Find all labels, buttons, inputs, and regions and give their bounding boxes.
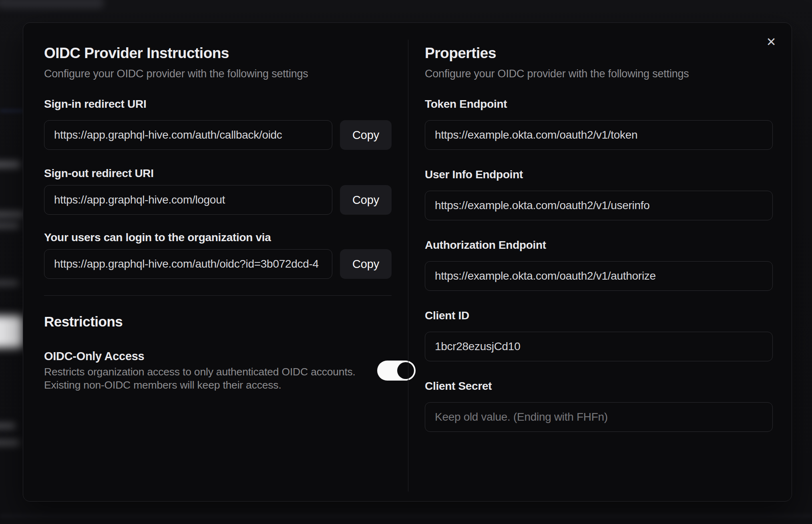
instructions-title: OIDC Provider Instructions <box>44 45 229 62</box>
toggle-knob <box>397 362 414 379</box>
client-id-input[interactable] <box>425 332 773 361</box>
properties-title: Properties <box>425 45 496 62</box>
section-divider <box>44 295 392 296</box>
close-icon[interactable]: ✕ <box>761 32 782 52</box>
backdrop-blur-fragment <box>0 161 20 168</box>
client-secret-input[interactable] <box>425 402 773 432</box>
column-divider <box>408 40 408 492</box>
backdrop-blur-fragment <box>0 440 19 445</box>
user-info-endpoint-input[interactable] <box>425 191 773 220</box>
properties-subtitle: Configure your OIDC provider with the fo… <box>425 68 689 80</box>
sign-out-redirect-uri-label: Sign-out redirect URI <box>44 167 154 180</box>
oidc-only-access-description: Existing non-OIDC members will keep thei… <box>44 379 281 391</box>
authorization-endpoint-input[interactable] <box>425 261 773 291</box>
org-login-url-input[interactable] <box>44 249 332 279</box>
copy-sign-out-uri-button[interactable]: Copy <box>340 185 392 215</box>
oidc-provider-dialog: ✕ OIDC Provider Instructions Configure y… <box>23 22 792 502</box>
backdrop-blur-fragment <box>0 423 15 429</box>
oidc-only-access-label: OIDC-Only Access <box>44 350 144 363</box>
copy-sign-in-uri-button[interactable]: Copy <box>340 120 392 150</box>
org-login-url-label: Your users can login to the organization… <box>44 231 271 244</box>
client-id-label: Client ID <box>425 309 469 322</box>
restrictions-title: Restrictions <box>44 314 123 330</box>
oidc-only-access-toggle[interactable] <box>377 361 416 381</box>
backdrop-blur-fragment <box>0 212 24 218</box>
backdrop-blur-fragment <box>0 109 23 113</box>
user-info-endpoint-label: User Info Endpoint <box>425 168 523 181</box>
authorization-endpoint-label: Authorization Endpoint <box>425 239 546 252</box>
backdrop-blur-fragment <box>0 280 18 286</box>
token-endpoint-label: Token Endpoint <box>425 98 507 111</box>
token-endpoint-input[interactable] <box>425 120 773 150</box>
oidc-only-access-description: Restricts organization access to only au… <box>44 366 356 378</box>
sign-in-redirect-uri-label: Sign-in redirect URI <box>44 98 146 111</box>
client-secret-label: Client Secret <box>425 380 492 393</box>
instructions-subtitle: Configure your OIDC provider with the fo… <box>44 68 308 80</box>
backdrop-blur-fragment <box>0 0 104 9</box>
backdrop-blur-button-fragment <box>0 316 23 348</box>
sign-in-redirect-uri-input[interactable] <box>44 120 332 150</box>
backdrop-blur-fragment <box>0 223 19 228</box>
copy-org-login-url-button[interactable]: Copy <box>340 249 392 279</box>
sign-out-redirect-uri-input[interactable] <box>44 185 332 215</box>
backdrop-blur-fragment <box>0 514 812 518</box>
